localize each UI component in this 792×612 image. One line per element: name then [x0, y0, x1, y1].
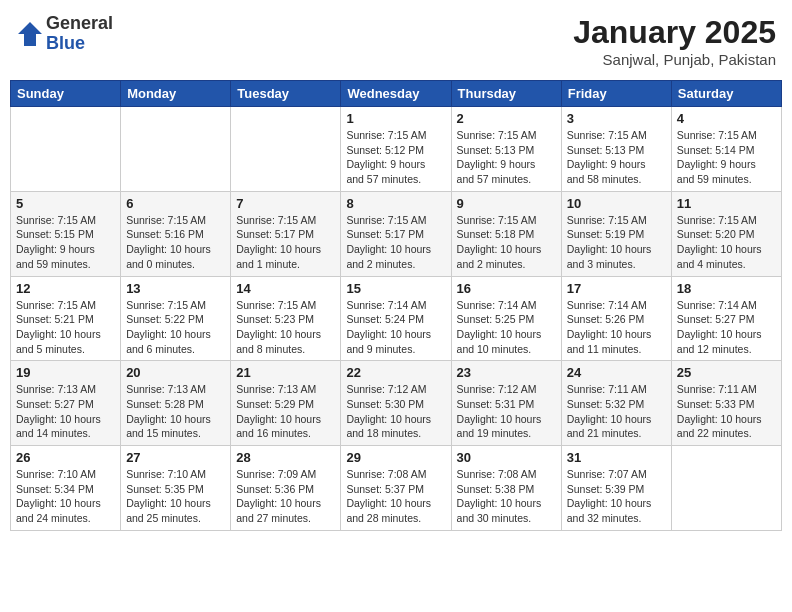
calendar-cell: 17Sunrise: 7:14 AM Sunset: 5:26 PM Dayli… [561, 276, 671, 361]
day-info: Sunrise: 7:10 AM Sunset: 5:35 PM Dayligh… [126, 467, 225, 526]
calendar-week-row: 26Sunrise: 7:10 AM Sunset: 5:34 PM Dayli… [11, 446, 782, 531]
day-number: 1 [346, 111, 445, 126]
day-info: Sunrise: 7:14 AM Sunset: 5:27 PM Dayligh… [677, 298, 776, 357]
day-info: Sunrise: 7:15 AM Sunset: 5:14 PM Dayligh… [677, 128, 776, 187]
day-info: Sunrise: 7:11 AM Sunset: 5:32 PM Dayligh… [567, 382, 666, 441]
calendar-cell: 7Sunrise: 7:15 AM Sunset: 5:17 PM Daylig… [231, 191, 341, 276]
calendar-cell: 25Sunrise: 7:11 AM Sunset: 5:33 PM Dayli… [671, 361, 781, 446]
day-info: Sunrise: 7:10 AM Sunset: 5:34 PM Dayligh… [16, 467, 115, 526]
day-number: 24 [567, 365, 666, 380]
day-info: Sunrise: 7:15 AM Sunset: 5:13 PM Dayligh… [567, 128, 666, 187]
calendar-cell [121, 107, 231, 192]
calendar-cell: 31Sunrise: 7:07 AM Sunset: 5:39 PM Dayli… [561, 446, 671, 531]
day-number: 21 [236, 365, 335, 380]
day-info: Sunrise: 7:11 AM Sunset: 5:33 PM Dayligh… [677, 382, 776, 441]
day-info: Sunrise: 7:15 AM Sunset: 5:16 PM Dayligh… [126, 213, 225, 272]
day-number: 3 [567, 111, 666, 126]
day-number: 22 [346, 365, 445, 380]
day-info: Sunrise: 7:12 AM Sunset: 5:31 PM Dayligh… [457, 382, 556, 441]
calendar-cell: 3Sunrise: 7:15 AM Sunset: 5:13 PM Daylig… [561, 107, 671, 192]
day-info: Sunrise: 7:15 AM Sunset: 5:13 PM Dayligh… [457, 128, 556, 187]
calendar-cell: 15Sunrise: 7:14 AM Sunset: 5:24 PM Dayli… [341, 276, 451, 361]
calendar-cell: 1Sunrise: 7:15 AM Sunset: 5:12 PM Daylig… [341, 107, 451, 192]
day-number: 11 [677, 196, 776, 211]
day-info: Sunrise: 7:12 AM Sunset: 5:30 PM Dayligh… [346, 382, 445, 441]
day-number: 15 [346, 281, 445, 296]
calendar-cell: 26Sunrise: 7:10 AM Sunset: 5:34 PM Dayli… [11, 446, 121, 531]
calendar-cell: 21Sunrise: 7:13 AM Sunset: 5:29 PM Dayli… [231, 361, 341, 446]
calendar-cell: 29Sunrise: 7:08 AM Sunset: 5:37 PM Dayli… [341, 446, 451, 531]
calendar-cell [231, 107, 341, 192]
page-subtitle: Sanjwal, Punjab, Pakistan [573, 51, 776, 68]
page-header: General Blue January 2025 Sanjwal, Punja… [10, 10, 782, 72]
calendar-cell: 10Sunrise: 7:15 AM Sunset: 5:19 PM Dayli… [561, 191, 671, 276]
weekday-header-friday: Friday [561, 81, 671, 107]
weekday-header-thursday: Thursday [451, 81, 561, 107]
day-number: 28 [236, 450, 335, 465]
calendar-table: SundayMondayTuesdayWednesdayThursdayFrid… [10, 80, 782, 531]
day-number: 20 [126, 365, 225, 380]
calendar-cell: 20Sunrise: 7:13 AM Sunset: 5:28 PM Dayli… [121, 361, 231, 446]
calendar-cell: 24Sunrise: 7:11 AM Sunset: 5:32 PM Dayli… [561, 361, 671, 446]
day-info: Sunrise: 7:15 AM Sunset: 5:19 PM Dayligh… [567, 213, 666, 272]
page-title: January 2025 [573, 14, 776, 51]
calendar-cell: 9Sunrise: 7:15 AM Sunset: 5:18 PM Daylig… [451, 191, 561, 276]
weekday-header-saturday: Saturday [671, 81, 781, 107]
day-number: 27 [126, 450, 225, 465]
title-block: January 2025 Sanjwal, Punjab, Pakistan [573, 14, 776, 68]
day-info: Sunrise: 7:14 AM Sunset: 5:26 PM Dayligh… [567, 298, 666, 357]
calendar-cell: 13Sunrise: 7:15 AM Sunset: 5:22 PM Dayli… [121, 276, 231, 361]
day-number: 19 [16, 365, 115, 380]
calendar-cell: 18Sunrise: 7:14 AM Sunset: 5:27 PM Dayli… [671, 276, 781, 361]
day-number: 23 [457, 365, 556, 380]
day-info: Sunrise: 7:15 AM Sunset: 5:20 PM Dayligh… [677, 213, 776, 272]
day-number: 17 [567, 281, 666, 296]
calendar-cell: 23Sunrise: 7:12 AM Sunset: 5:31 PM Dayli… [451, 361, 561, 446]
day-number: 13 [126, 281, 225, 296]
day-number: 14 [236, 281, 335, 296]
day-number: 30 [457, 450, 556, 465]
calendar-cell: 4Sunrise: 7:15 AM Sunset: 5:14 PM Daylig… [671, 107, 781, 192]
day-number: 7 [236, 196, 335, 211]
day-info: Sunrise: 7:15 AM Sunset: 5:15 PM Dayligh… [16, 213, 115, 272]
calendar-cell: 2Sunrise: 7:15 AM Sunset: 5:13 PM Daylig… [451, 107, 561, 192]
day-info: Sunrise: 7:15 AM Sunset: 5:22 PM Dayligh… [126, 298, 225, 357]
day-number: 6 [126, 196, 225, 211]
calendar-cell: 22Sunrise: 7:12 AM Sunset: 5:30 PM Dayli… [341, 361, 451, 446]
calendar-cell: 16Sunrise: 7:14 AM Sunset: 5:25 PM Dayli… [451, 276, 561, 361]
day-info: Sunrise: 7:13 AM Sunset: 5:28 PM Dayligh… [126, 382, 225, 441]
day-info: Sunrise: 7:15 AM Sunset: 5:17 PM Dayligh… [346, 213, 445, 272]
calendar-week-row: 12Sunrise: 7:15 AM Sunset: 5:21 PM Dayli… [11, 276, 782, 361]
day-info: Sunrise: 7:14 AM Sunset: 5:25 PM Dayligh… [457, 298, 556, 357]
day-info: Sunrise: 7:14 AM Sunset: 5:24 PM Dayligh… [346, 298, 445, 357]
day-number: 2 [457, 111, 556, 126]
calendar-cell: 30Sunrise: 7:08 AM Sunset: 5:38 PM Dayli… [451, 446, 561, 531]
weekday-header-sunday: Sunday [11, 81, 121, 107]
day-info: Sunrise: 7:13 AM Sunset: 5:29 PM Dayligh… [236, 382, 335, 441]
day-number: 26 [16, 450, 115, 465]
day-number: 5 [16, 196, 115, 211]
day-info: Sunrise: 7:08 AM Sunset: 5:38 PM Dayligh… [457, 467, 556, 526]
day-info: Sunrise: 7:08 AM Sunset: 5:37 PM Dayligh… [346, 467, 445, 526]
day-number: 29 [346, 450, 445, 465]
day-info: Sunrise: 7:15 AM Sunset: 5:17 PM Dayligh… [236, 213, 335, 272]
calendar-cell: 12Sunrise: 7:15 AM Sunset: 5:21 PM Dayli… [11, 276, 121, 361]
calendar-cell [11, 107, 121, 192]
day-number: 16 [457, 281, 556, 296]
day-info: Sunrise: 7:15 AM Sunset: 5:23 PM Dayligh… [236, 298, 335, 357]
day-info: Sunrise: 7:07 AM Sunset: 5:39 PM Dayligh… [567, 467, 666, 526]
day-info: Sunrise: 7:13 AM Sunset: 5:27 PM Dayligh… [16, 382, 115, 441]
svg-marker-0 [18, 22, 42, 46]
weekday-header-row: SundayMondayTuesdayWednesdayThursdayFrid… [11, 81, 782, 107]
day-number: 9 [457, 196, 556, 211]
day-number: 31 [567, 450, 666, 465]
day-number: 12 [16, 281, 115, 296]
calendar-week-row: 19Sunrise: 7:13 AM Sunset: 5:27 PM Dayli… [11, 361, 782, 446]
calendar-cell: 5Sunrise: 7:15 AM Sunset: 5:15 PM Daylig… [11, 191, 121, 276]
weekday-header-wednesday: Wednesday [341, 81, 451, 107]
calendar-week-row: 1Sunrise: 7:15 AM Sunset: 5:12 PM Daylig… [11, 107, 782, 192]
weekday-header-monday: Monday [121, 81, 231, 107]
logo-icon [16, 20, 44, 48]
logo-blue-text: Blue [46, 34, 113, 54]
day-number: 4 [677, 111, 776, 126]
